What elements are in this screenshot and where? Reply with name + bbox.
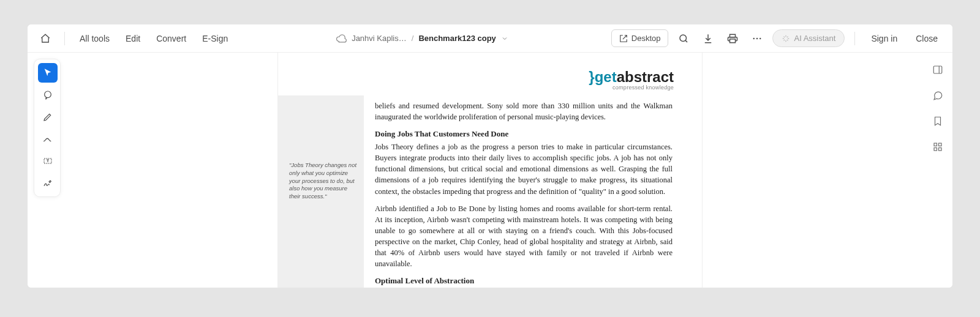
brand-abstract: abstract xyxy=(617,69,674,85)
right-rail xyxy=(929,61,946,155)
margin-column: "Jobs Theory changes not only what you o… xyxy=(278,95,364,288)
divider xyxy=(64,32,65,45)
highlight-tool[interactable] xyxy=(38,107,58,127)
search-icon[interactable] xyxy=(674,29,693,48)
desktop-button[interactable]: Desktop xyxy=(611,29,669,47)
grid-icon[interactable] xyxy=(929,138,946,155)
breadcrumb-owner: Janhvi Kaplis… xyxy=(352,34,407,43)
ai-assistant-button[interactable]: AI Assistant xyxy=(772,29,845,47)
svg-rect-12 xyxy=(939,148,942,151)
bookmark-icon[interactable] xyxy=(929,113,946,130)
svg-point-5 xyxy=(760,37,761,39)
page-area[interactable]: }getabstract compressed knowledge "Jobs … xyxy=(28,53,952,288)
svg-rect-8 xyxy=(933,66,942,73)
more-icon[interactable] xyxy=(748,29,766,48)
open-external-icon xyxy=(619,34,628,43)
comment-tool[interactable] xyxy=(38,85,58,105)
cloud-icon xyxy=(336,33,347,44)
document-columns: "Jobs Theory changes not only what you o… xyxy=(278,95,702,288)
svg-point-3 xyxy=(753,37,755,39)
svg-rect-2 xyxy=(730,39,736,42)
workspace: }getabstract compressed knowledge "Jobs … xyxy=(28,53,952,288)
topbar-right: Desktop AI Assistant Sign in Cl xyxy=(611,29,944,48)
svg-point-6 xyxy=(45,91,51,98)
sign-tool[interactable] xyxy=(38,173,58,193)
left-toolbar xyxy=(34,59,61,197)
chevron-down-icon[interactable] xyxy=(501,35,508,42)
topbar-left: All tools Edit Convert E-Sign xyxy=(36,29,233,48)
paragraph: Jobs Theory defines a job as the progres… xyxy=(375,141,673,197)
topbar: All tools Edit Convert E-Sign Janhvi Kap… xyxy=(28,24,952,53)
content-column: beliefs and resumed development. Sony so… xyxy=(364,95,702,288)
chat-icon[interactable] xyxy=(929,87,946,104)
menu-all-tools[interactable]: All tools xyxy=(75,30,115,47)
paragraph: beliefs and resumed development. Sony so… xyxy=(375,100,673,122)
margin-quote-1: "Jobs Theory changes not only what you o… xyxy=(289,162,358,201)
topbar-center: Janhvi Kaplis… / Benchmark123 copy xyxy=(239,33,605,44)
svg-point-4 xyxy=(756,37,758,39)
brand-get: get xyxy=(595,69,617,85)
divider xyxy=(854,32,855,45)
print-icon[interactable] xyxy=(723,29,742,48)
select-tool[interactable] xyxy=(38,63,58,83)
brand-brace: } xyxy=(589,69,594,85)
brand-logo: }getabstract compressed knowledge xyxy=(589,69,674,91)
paragraph: Airbnb identified a Job to Be Done by li… xyxy=(375,203,673,270)
draw-tool[interactable] xyxy=(38,129,58,149)
svg-rect-10 xyxy=(939,143,942,146)
desktop-label: Desktop xyxy=(631,34,661,43)
menu-convert[interactable]: Convert xyxy=(151,30,191,47)
sparkle-icon xyxy=(782,34,790,43)
svg-rect-9 xyxy=(934,143,937,146)
svg-rect-11 xyxy=(934,148,937,151)
svg-point-0 xyxy=(680,35,687,42)
textbox-tool[interactable] xyxy=(38,151,58,171)
download-icon[interactable] xyxy=(699,29,717,48)
breadcrumb-title: Benchmark123 copy xyxy=(418,34,496,43)
document-page: }getabstract compressed knowledge "Jobs … xyxy=(278,53,702,288)
menu-esign[interactable]: E-Sign xyxy=(197,30,233,47)
ai-label: AI Assistant xyxy=(794,34,835,43)
close-button[interactable]: Close xyxy=(910,30,944,47)
panel-toggle-icon[interactable] xyxy=(929,61,946,78)
menu-edit[interactable]: Edit xyxy=(121,30,145,47)
breadcrumb-separator: / xyxy=(412,34,414,43)
section-heading: Doing Jobs That Customers Need Done xyxy=(375,129,673,140)
breadcrumb[interactable]: Janhvi Kaplis… / Benchmark123 copy xyxy=(336,33,508,44)
signin-button[interactable]: Sign in xyxy=(865,30,903,47)
home-icon[interactable] xyxy=(36,29,55,48)
app-frame: All tools Edit Convert E-Sign Janhvi Kap… xyxy=(28,24,952,288)
section-heading: Optimal Level of Abstraction xyxy=(375,275,673,287)
